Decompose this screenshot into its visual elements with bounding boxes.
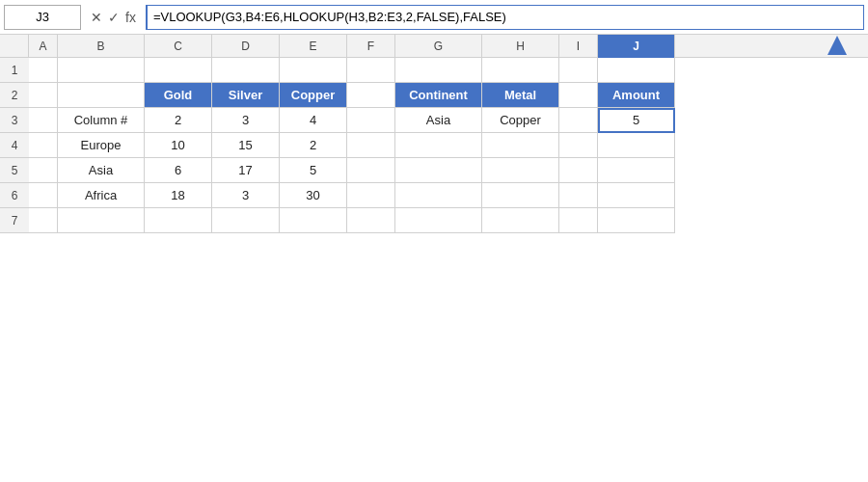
cell-f3[interactable] (347, 108, 395, 133)
row-2-num: 2 (0, 83, 29, 108)
column-headers: A B C D E F G H I J (29, 35, 868, 58)
fx-icon[interactable]: fx (125, 10, 136, 25)
cell-g4[interactable] (395, 133, 482, 158)
cell-d1[interactable] (212, 58, 280, 83)
cell-h7[interactable] (482, 208, 559, 233)
cell-c7[interactable] (145, 208, 212, 233)
cell-e5[interactable]: 5 (280, 158, 347, 183)
cell-g1[interactable] (395, 58, 482, 83)
cell-i5[interactable] (559, 158, 598, 183)
formula-icons: ✕ ✓ fx (85, 10, 142, 25)
cell-c2-gold[interactable]: Gold (145, 83, 212, 108)
cell-i1[interactable] (559, 58, 598, 83)
row-7 (29, 208, 868, 233)
confirm-icon[interactable]: ✓ (108, 10, 120, 25)
cell-a6[interactable] (29, 183, 58, 208)
cell-e4[interactable]: 2 (280, 133, 347, 158)
grid-area: 1 2 3 4 5 6 7 A B C D E F G H I J (0, 35, 868, 482)
cell-d6[interactable]: 3 (212, 183, 280, 208)
cell-b1[interactable] (58, 58, 145, 83)
row-1-num: 1 (0, 58, 29, 83)
col-header-f[interactable]: F (347, 35, 395, 58)
cell-j4[interactable] (598, 133, 675, 158)
cell-i7[interactable] (559, 208, 598, 233)
cell-a5[interactable] (29, 158, 58, 183)
cell-b5-asia[interactable]: Asia (58, 158, 145, 183)
cell-a4[interactable] (29, 133, 58, 158)
cell-i2[interactable] (559, 83, 598, 108)
cell-i6[interactable] (559, 183, 598, 208)
cell-f2[interactable] (347, 83, 395, 108)
cell-d5[interactable]: 17 (212, 158, 280, 183)
cell-h6[interactable] (482, 183, 559, 208)
cell-c6[interactable]: 18 (145, 183, 212, 208)
cell-h3-copper[interactable]: Copper (482, 108, 559, 133)
grid-rows: Gold Silver Copper Continent Metal Amoun… (29, 58, 868, 482)
cell-f1[interactable] (347, 58, 395, 83)
formula-input[interactable] (146, 5, 864, 30)
cell-f7[interactable] (347, 208, 395, 233)
cell-e3[interactable]: 4 (280, 108, 347, 133)
cell-e7[interactable] (280, 208, 347, 233)
cell-h5[interactable] (482, 158, 559, 183)
col-header-c[interactable]: C (145, 35, 212, 58)
cell-g5[interactable] (395, 158, 482, 183)
cell-f6[interactable] (347, 183, 395, 208)
formula-bar: J3 ✕ ✓ fx (0, 0, 868, 35)
cell-g2-continent[interactable]: Continent (395, 83, 482, 108)
svg-marker-0 (827, 36, 847, 55)
cell-d7[interactable] (212, 208, 280, 233)
cell-c5[interactable]: 6 (145, 158, 212, 183)
row-4-num: 4 (0, 133, 29, 158)
col-header-a[interactable]: A (29, 35, 58, 58)
row-5: Asia 6 17 5 (29, 158, 868, 183)
cell-j5[interactable] (598, 158, 675, 183)
col-header-b[interactable]: B (58, 35, 145, 58)
cell-d4[interactable]: 15 (212, 133, 280, 158)
cell-g6[interactable] (395, 183, 482, 208)
cell-j3-result[interactable]: 5 (598, 108, 675, 133)
cell-f4[interactable] (347, 133, 395, 158)
corner-cell (0, 35, 29, 58)
cell-h2-metal[interactable]: Metal (482, 83, 559, 108)
cell-i3[interactable] (559, 108, 598, 133)
cell-g7[interactable] (395, 208, 482, 233)
col-header-h[interactable]: H (482, 35, 559, 58)
cell-j1[interactable] (598, 58, 675, 83)
cell-e2-copper[interactable]: Copper (280, 83, 347, 108)
cell-j2-amount[interactable]: Amount (598, 83, 675, 108)
row-4: Europe 10 15 2 (29, 133, 868, 158)
cell-a2[interactable] (29, 83, 58, 108)
cell-b6-africa[interactable]: Africa (58, 183, 145, 208)
cell-e6[interactable]: 30 (280, 183, 347, 208)
row-2: Gold Silver Copper Continent Metal Amoun… (29, 83, 868, 108)
cell-c4[interactable]: 10 (145, 133, 212, 158)
cell-i4[interactable] (559, 133, 598, 158)
cell-b3-colnum[interactable]: Column # (58, 108, 145, 133)
cell-d2-silver[interactable]: Silver (212, 83, 280, 108)
row-7-num: 7 (0, 208, 29, 233)
cell-h1[interactable] (482, 58, 559, 83)
cell-c1[interactable] (145, 58, 212, 83)
cell-reference-box[interactable]: J3 (4, 5, 81, 30)
cancel-icon[interactable]: ✕ (91, 10, 102, 25)
col-header-e[interactable]: E (280, 35, 347, 58)
cell-a3[interactable] (29, 108, 58, 133)
cell-d3[interactable]: 3 (212, 108, 280, 133)
col-header-d[interactable]: D (212, 35, 280, 58)
cell-e1[interactable] (280, 58, 347, 83)
cell-h4[interactable] (482, 133, 559, 158)
cell-a7[interactable] (29, 208, 58, 233)
cell-j7[interactable] (598, 208, 675, 233)
cell-c3[interactable]: 2 (145, 108, 212, 133)
cell-a1[interactable] (29, 58, 58, 83)
cell-f5[interactable] (347, 158, 395, 183)
col-header-i[interactable]: I (559, 35, 598, 58)
cell-j6[interactable] (598, 183, 675, 208)
cell-g3-asia[interactable]: Asia (395, 108, 482, 133)
col-header-g[interactable]: G (395, 35, 482, 58)
cell-b2[interactable] (58, 83, 145, 108)
col-header-j[interactable]: J (598, 35, 675, 58)
cell-b4-europe[interactable]: Europe (58, 133, 145, 158)
cell-b7[interactable] (58, 208, 145, 233)
